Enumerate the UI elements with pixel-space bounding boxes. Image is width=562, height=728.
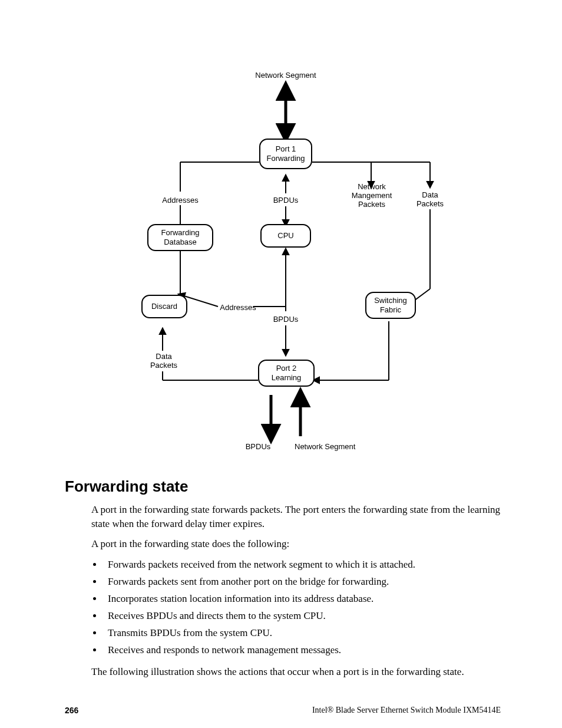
- box-fwd-db-text: ForwardingDatabase: [161, 228, 199, 246]
- list-item: Receives BPDUs and directs them to the s…: [103, 608, 501, 625]
- label-network-segment-bottom: Network Segment: [295, 442, 371, 451]
- svg-line-10: [414, 289, 430, 301]
- box-cpu: CPU: [260, 224, 311, 248]
- box-port1-text: Port 1Forwarding: [266, 144, 305, 163]
- section-heading: Forwarding state: [65, 477, 501, 496]
- label-net-mgmt-packets: NetworkMangementPackets: [348, 183, 396, 209]
- label-addresses-mid: Addresses: [217, 303, 259, 312]
- list-item: Forwards packets received from the netwo…: [103, 556, 501, 574]
- label-addresses-top: Addresses: [159, 196, 201, 205]
- box-port2-learning: Port 2Learning: [258, 360, 315, 387]
- bullet-list: Forwards packets received from the netwo…: [91, 556, 501, 658]
- diagram-lines: [130, 59, 436, 460]
- list-item: Forwards packets sent from another port …: [103, 574, 501, 591]
- list-item: Receives and responds to network managem…: [103, 642, 501, 659]
- box-switching-fabric: SwitchingFabric: [365, 292, 416, 319]
- label-bpdus-top: BPDUs: [271, 196, 300, 205]
- box-discard-text: Discard: [151, 302, 177, 311]
- list-item: Incorporates station location informatio…: [103, 591, 501, 608]
- footer-text: Intel® Blade Server Ethernet Switch Modu…: [312, 706, 501, 715]
- paragraph-3: The following illustration shows the act…: [91, 665, 501, 679]
- box-switching-text: SwitchingFabric: [374, 296, 407, 314]
- paragraph-1: A port in the forwarding state forwards …: [91, 503, 501, 531]
- label-data-packets-left: DataPackets: [147, 353, 180, 370]
- page-content: Network Segment Port 1Forwarding Address…: [65, 59, 501, 685]
- label-network-segment-top: Network Segment: [247, 71, 324, 80]
- box-port2-text: Port 2Learning: [272, 364, 302, 382]
- paragraph-2: A port in the forwarding state does the …: [91, 537, 501, 551]
- label-data-packets-right: DataPackets: [412, 191, 448, 209]
- list-item: Transmits BPDUs from the system CPU.: [103, 625, 501, 642]
- box-cpu-text: CPU: [277, 231, 293, 241]
- label-bpdus-mid: BPDUs: [271, 315, 300, 324]
- diagram: Network Segment Port 1Forwarding Address…: [130, 59, 436, 460]
- box-discard: Discard: [141, 295, 187, 318]
- box-forwarding-database: ForwardingDatabase: [147, 224, 213, 251]
- box-port1-forwarding: Port 1Forwarding: [259, 139, 312, 169]
- page-number: 266: [65, 706, 78, 715]
- label-bpdus-bottom: BPDUs: [240, 442, 276, 451]
- page-footer: 266 Intel® Blade Server Ethernet Switch …: [65, 706, 501, 715]
